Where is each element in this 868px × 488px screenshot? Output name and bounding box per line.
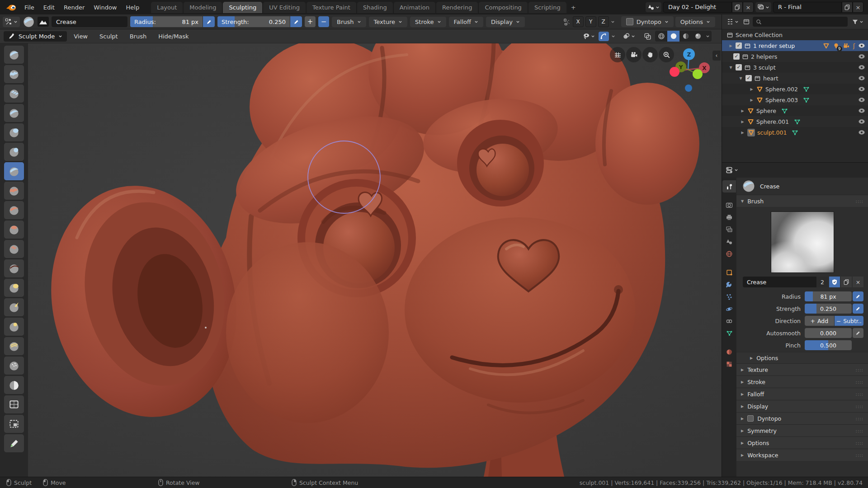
toolbar-brush-draw[interactable] bbox=[4, 46, 24, 64]
collection-checkbox[interactable]: ✓ bbox=[736, 64, 742, 70]
panel-drag-handle[interactable]: :::: bbox=[856, 199, 863, 204]
brush-users-count[interactable]: 2 bbox=[816, 277, 828, 287]
brush-texture-thumbnail[interactable] bbox=[38, 17, 49, 27]
panel-drag-handle[interactable]: :::: bbox=[856, 416, 863, 421]
expand-arrow-icon[interactable]: ▶ bbox=[749, 98, 754, 102]
tab-output[interactable] bbox=[722, 211, 736, 223]
toolbar-brush-thumb[interactable] bbox=[4, 318, 24, 336]
eye-icon[interactable] bbox=[858, 129, 865, 136]
scene-selector-button[interactable] bbox=[646, 2, 661, 12]
autosmooth-slider[interactable]: 0.000 bbox=[805, 328, 852, 338]
tab-texture[interactable] bbox=[722, 358, 736, 370]
duplicate-brush-button[interactable] bbox=[841, 277, 852, 287]
display-panel-header[interactable]: ▶Display:::: bbox=[736, 400, 868, 412]
dyntopo-checkbox[interactable] bbox=[626, 18, 633, 25]
eye-icon[interactable] bbox=[858, 42, 865, 49]
tab-particles[interactable] bbox=[722, 291, 736, 303]
toolbar-brush-mask[interactable] bbox=[4, 376, 24, 394]
tab-shading[interactable]: Shading bbox=[357, 2, 393, 13]
outliner-search-input[interactable] bbox=[753, 17, 848, 27]
collection-checkbox[interactable]: ✓ bbox=[736, 42, 742, 49]
tab-object-data[interactable] bbox=[722, 327, 736, 339]
panel-drag-handle[interactable]: :::: bbox=[856, 441, 863, 446]
strength-slider[interactable]: 0.250 bbox=[805, 304, 852, 314]
outliner-row-heart[interactable]: ▼ ✓ heart bbox=[722, 73, 868, 84]
panel-drag-handle[interactable]: :::: bbox=[856, 453, 863, 458]
radius-slider[interactable]: 81 px bbox=[805, 291, 852, 301]
toolbar-brush-smooth[interactable] bbox=[4, 182, 24, 200]
expand-arrow-icon[interactable]: ▶ bbox=[749, 87, 754, 91]
collection-checkbox[interactable]: ✓ bbox=[745, 75, 752, 81]
shading-rendered-button[interactable] bbox=[692, 31, 704, 42]
toolbar-brush-pinch[interactable] bbox=[4, 259, 24, 277]
shading-solid-button[interactable] bbox=[667, 31, 679, 42]
menu-file[interactable]: File bbox=[20, 3, 39, 12]
texture-panel-header[interactable]: ▶Texture:::: bbox=[736, 363, 868, 375]
options-subpanel-header[interactable]: ▶ Options bbox=[736, 352, 868, 363]
editor-type-selector[interactable] bbox=[725, 17, 740, 26]
outliner-row-sculpt-collection[interactable]: ▼ ✓ 3 sculpt bbox=[722, 62, 868, 73]
eye-icon[interactable] bbox=[858, 75, 865, 82]
dyntopo-checkbox[interactable] bbox=[747, 415, 754, 422]
radius-pressure-toggle[interactable] bbox=[853, 291, 863, 301]
toolbar-brush-layer[interactable] bbox=[4, 104, 24, 122]
toolbar-brush-box-mask[interactable] bbox=[4, 395, 24, 413]
toggle-perspective-button[interactable] bbox=[610, 47, 625, 62]
display-popover[interactable]: Display bbox=[486, 17, 525, 27]
menu-edit[interactable]: Edit bbox=[39, 3, 59, 12]
xray-toggle[interactable] bbox=[642, 32, 653, 41]
eye-icon[interactable] bbox=[858, 96, 865, 103]
stroke-panel-header[interactable]: ▶Stroke:::: bbox=[736, 375, 868, 388]
brush-panel-header[interactable]: ▼ Brush :::: bbox=[736, 195, 868, 207]
delete-scene-button[interactable]: × bbox=[743, 2, 754, 13]
toolbar-brush-blob[interactable] bbox=[4, 143, 24, 161]
menu-render[interactable]: Render bbox=[59, 3, 89, 12]
add-workspace-button[interactable]: + bbox=[567, 2, 580, 13]
chevron-down-icon[interactable] bbox=[611, 34, 615, 38]
menu-view[interactable]: View bbox=[69, 31, 93, 42]
tab-render[interactable] bbox=[722, 199, 736, 211]
symmetry-panel-header[interactable]: ▶Symmetry:::: bbox=[736, 424, 868, 436]
filter-dropdown[interactable] bbox=[850, 18, 865, 26]
eye-icon[interactable] bbox=[858, 118, 865, 125]
outliner-row-render-setup[interactable]: ▶ ✓ 1 render setup 9 ʃ bbox=[722, 40, 868, 51]
panel-drag-handle[interactable]: :::: bbox=[856, 367, 863, 372]
menu-help[interactable]: Help bbox=[122, 3, 144, 12]
tab-active-tool[interactable] bbox=[722, 180, 736, 192]
panel-drag-handle[interactable]: :::: bbox=[856, 428, 863, 433]
pinch-slider[interactable]: 0.500 bbox=[805, 340, 852, 350]
outliner-row-sphere[interactable]: ▶ Sphere bbox=[722, 105, 868, 116]
autosmooth-pressure-toggle[interactable] bbox=[853, 328, 863, 338]
visibility-dropdown[interactable] bbox=[581, 32, 596, 41]
panel-drag-handle[interactable]: :::: bbox=[856, 404, 863, 409]
brush-popover[interactable]: Brush bbox=[332, 17, 366, 27]
panel-drag-handle[interactable]: :::: bbox=[856, 380, 863, 385]
chevron-down-icon[interactable] bbox=[611, 20, 615, 24]
delete-view-layer-button[interactable]: × bbox=[853, 2, 863, 13]
scene-name-field[interactable]: Day 02 - Delight bbox=[663, 2, 732, 13]
collection-checkbox[interactable]: ✓ bbox=[733, 53, 740, 60]
tab-material[interactable] bbox=[722, 346, 736, 358]
toolbar-brush-crease[interactable] bbox=[4, 162, 24, 180]
direction-add-button[interactable]: +Add bbox=[805, 316, 834, 326]
options-panel-header[interactable]: ▶Options:::: bbox=[736, 436, 868, 449]
view-layer-selector-button[interactable] bbox=[755, 2, 771, 12]
outliner-row-sculpt001[interactable]: ▶ sculpt.001 bbox=[722, 127, 868, 138]
falloff-panel-header[interactable]: ▶Falloff:::: bbox=[736, 388, 868, 400]
blender-logo-icon[interactable] bbox=[5, 2, 17, 12]
expand-arrow-icon[interactable]: ▶ bbox=[740, 120, 745, 124]
sculpt-canvas[interactable] bbox=[0, 43, 722, 477]
toolbar-brush-simplify[interactable] bbox=[4, 357, 24, 375]
toolbar-brush-flatten[interactable] bbox=[4, 201, 24, 219]
toolbar-brush-box-hide[interactable] bbox=[4, 415, 24, 433]
gizmo-toggle[interactable] bbox=[599, 32, 609, 41]
toolbar-brush-clay-strips[interactable] bbox=[4, 84, 24, 103]
menu-window[interactable]: Window bbox=[89, 3, 121, 12]
tab-physics[interactable] bbox=[722, 303, 736, 315]
camera-view-button[interactable] bbox=[626, 47, 642, 62]
tab-layout[interactable]: Layout bbox=[151, 2, 183, 13]
brush-name-field[interactable]: Crease bbox=[743, 277, 816, 287]
tab-scene[interactable] bbox=[722, 235, 736, 248]
active-tool-selector[interactable] bbox=[3, 17, 20, 27]
expand-arrow-icon[interactable]: ▶ bbox=[728, 44, 733, 48]
